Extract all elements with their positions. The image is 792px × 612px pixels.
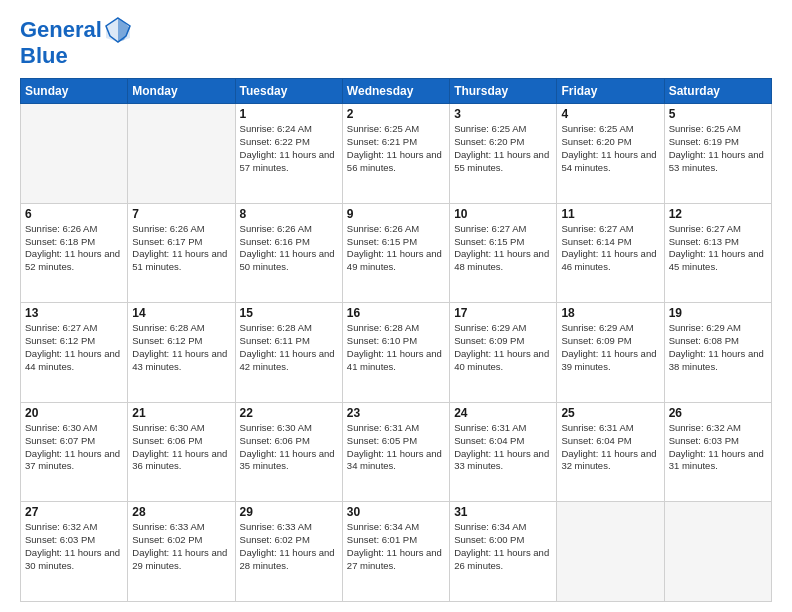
logo: General Blue	[20, 16, 132, 68]
calendar-cell: 3 Sunrise: 6:25 AM Sunset: 6:20 PM Dayli…	[450, 104, 557, 204]
day-info: Sunrise: 6:25 AM Sunset: 6:19 PM Dayligh…	[669, 123, 767, 174]
daylight-label: Daylight: 11 hours and 35 minutes.	[240, 448, 335, 472]
day-info: Sunrise: 6:30 AM Sunset: 6:06 PM Dayligh…	[132, 422, 230, 473]
daylight-label: Daylight: 11 hours and 28 minutes.	[240, 547, 335, 571]
calendar-cell: 24 Sunrise: 6:31 AM Sunset: 6:04 PM Dayl…	[450, 402, 557, 502]
dow-header-friday: Friday	[557, 79, 664, 104]
day-info: Sunrise: 6:26 AM Sunset: 6:18 PM Dayligh…	[25, 223, 123, 274]
day-info: Sunrise: 6:28 AM Sunset: 6:10 PM Dayligh…	[347, 322, 445, 373]
daylight-label: Daylight: 11 hours and 41 minutes.	[347, 348, 442, 372]
calendar-cell: 29 Sunrise: 6:33 AM Sunset: 6:02 PM Dayl…	[235, 502, 342, 602]
calendar-table: SundayMondayTuesdayWednesdayThursdayFrid…	[20, 78, 772, 602]
day-number: 30	[347, 505, 445, 519]
calendar-cell: 10 Sunrise: 6:27 AM Sunset: 6:15 PM Dayl…	[450, 203, 557, 303]
sunset-label: Sunset: 6:22 PM	[240, 136, 310, 147]
sunset-label: Sunset: 6:20 PM	[454, 136, 524, 147]
daylight-label: Daylight: 11 hours and 33 minutes.	[454, 448, 549, 472]
calendar-cell: 18 Sunrise: 6:29 AM Sunset: 6:09 PM Dayl…	[557, 303, 664, 403]
sunset-label: Sunset: 6:13 PM	[669, 236, 739, 247]
sunrise-label: Sunrise: 6:27 AM	[454, 223, 526, 234]
day-number: 14	[132, 306, 230, 320]
sunset-label: Sunset: 6:15 PM	[347, 236, 417, 247]
day-info: Sunrise: 6:33 AM Sunset: 6:02 PM Dayligh…	[132, 521, 230, 572]
calendar-cell: 9 Sunrise: 6:26 AM Sunset: 6:15 PM Dayli…	[342, 203, 449, 303]
calendar-cell: 26 Sunrise: 6:32 AM Sunset: 6:03 PM Dayl…	[664, 402, 771, 502]
day-number: 22	[240, 406, 338, 420]
day-number: 27	[25, 505, 123, 519]
sunset-label: Sunset: 6:12 PM	[25, 335, 95, 346]
daylight-label: Daylight: 11 hours and 39 minutes.	[561, 348, 656, 372]
calendar-cell: 25 Sunrise: 6:31 AM Sunset: 6:04 PM Dayl…	[557, 402, 664, 502]
daylight-label: Daylight: 11 hours and 55 minutes.	[454, 149, 549, 173]
daylight-label: Daylight: 11 hours and 43 minutes.	[132, 348, 227, 372]
day-info: Sunrise: 6:27 AM Sunset: 6:13 PM Dayligh…	[669, 223, 767, 274]
day-info: Sunrise: 6:28 AM Sunset: 6:12 PM Dayligh…	[132, 322, 230, 373]
day-number: 12	[669, 207, 767, 221]
sunrise-label: Sunrise: 6:31 AM	[561, 422, 633, 433]
daylight-label: Daylight: 11 hours and 40 minutes.	[454, 348, 549, 372]
page: General Blue SundayMondayTuesdayWedne	[0, 0, 792, 612]
dow-header-monday: Monday	[128, 79, 235, 104]
calendar-cell: 23 Sunrise: 6:31 AM Sunset: 6:05 PM Dayl…	[342, 402, 449, 502]
sunrise-label: Sunrise: 6:26 AM	[25, 223, 97, 234]
day-info: Sunrise: 6:27 AM Sunset: 6:15 PM Dayligh…	[454, 223, 552, 274]
day-info: Sunrise: 6:32 AM Sunset: 6:03 PM Dayligh…	[25, 521, 123, 572]
day-number: 7	[132, 207, 230, 221]
daylight-label: Daylight: 11 hours and 56 minutes.	[347, 149, 442, 173]
day-number: 28	[132, 505, 230, 519]
sunrise-label: Sunrise: 6:30 AM	[132, 422, 204, 433]
week-row-0: 1 Sunrise: 6:24 AM Sunset: 6:22 PM Dayli…	[21, 104, 772, 204]
sunrise-label: Sunrise: 6:25 AM	[347, 123, 419, 134]
sunset-label: Sunset: 6:09 PM	[561, 335, 631, 346]
day-number: 5	[669, 107, 767, 121]
daylight-label: Daylight: 11 hours and 53 minutes.	[669, 149, 764, 173]
day-number: 19	[669, 306, 767, 320]
sunrise-label: Sunrise: 6:30 AM	[25, 422, 97, 433]
sunrise-label: Sunrise: 6:32 AM	[669, 422, 741, 433]
day-number: 23	[347, 406, 445, 420]
day-info: Sunrise: 6:32 AM Sunset: 6:03 PM Dayligh…	[669, 422, 767, 473]
daylight-label: Daylight: 11 hours and 51 minutes.	[132, 248, 227, 272]
sunrise-label: Sunrise: 6:30 AM	[240, 422, 312, 433]
calendar-cell: 17 Sunrise: 6:29 AM Sunset: 6:09 PM Dayl…	[450, 303, 557, 403]
sunrise-label: Sunrise: 6:29 AM	[669, 322, 741, 333]
day-number: 29	[240, 505, 338, 519]
sunrise-label: Sunrise: 6:28 AM	[240, 322, 312, 333]
calendar-cell: 11 Sunrise: 6:27 AM Sunset: 6:14 PM Dayl…	[557, 203, 664, 303]
daylight-label: Daylight: 11 hours and 57 minutes.	[240, 149, 335, 173]
day-number: 18	[561, 306, 659, 320]
day-number: 11	[561, 207, 659, 221]
day-info: Sunrise: 6:24 AM Sunset: 6:22 PM Dayligh…	[240, 123, 338, 174]
day-number: 1	[240, 107, 338, 121]
day-info: Sunrise: 6:30 AM Sunset: 6:07 PM Dayligh…	[25, 422, 123, 473]
calendar-cell: 16 Sunrise: 6:28 AM Sunset: 6:10 PM Dayl…	[342, 303, 449, 403]
daylight-label: Daylight: 11 hours and 32 minutes.	[561, 448, 656, 472]
day-number: 8	[240, 207, 338, 221]
calendar-cell: 22 Sunrise: 6:30 AM Sunset: 6:06 PM Dayl…	[235, 402, 342, 502]
day-info: Sunrise: 6:34 AM Sunset: 6:00 PM Dayligh…	[454, 521, 552, 572]
day-number: 20	[25, 406, 123, 420]
calendar-cell: 8 Sunrise: 6:26 AM Sunset: 6:16 PM Dayli…	[235, 203, 342, 303]
sunrise-label: Sunrise: 6:27 AM	[561, 223, 633, 234]
logo-text: General	[20, 18, 102, 42]
calendar-cell: 1 Sunrise: 6:24 AM Sunset: 6:22 PM Dayli…	[235, 104, 342, 204]
sunset-label: Sunset: 6:19 PM	[669, 136, 739, 147]
day-number: 17	[454, 306, 552, 320]
calendar-cell: 7 Sunrise: 6:26 AM Sunset: 6:17 PM Dayli…	[128, 203, 235, 303]
day-info: Sunrise: 6:29 AM Sunset: 6:09 PM Dayligh…	[561, 322, 659, 373]
day-number: 10	[454, 207, 552, 221]
calendar-cell: 4 Sunrise: 6:25 AM Sunset: 6:20 PM Dayli…	[557, 104, 664, 204]
day-info: Sunrise: 6:29 AM Sunset: 6:08 PM Dayligh…	[669, 322, 767, 373]
day-info: Sunrise: 6:27 AM Sunset: 6:12 PM Dayligh…	[25, 322, 123, 373]
sunset-label: Sunset: 6:06 PM	[240, 435, 310, 446]
day-of-week-row: SundayMondayTuesdayWednesdayThursdayFrid…	[21, 79, 772, 104]
logo-icon	[104, 16, 132, 44]
day-number: 24	[454, 406, 552, 420]
day-info: Sunrise: 6:25 AM Sunset: 6:21 PM Dayligh…	[347, 123, 445, 174]
sunset-label: Sunset: 6:15 PM	[454, 236, 524, 247]
sunset-label: Sunset: 6:17 PM	[132, 236, 202, 247]
week-row-4: 27 Sunrise: 6:32 AM Sunset: 6:03 PM Dayl…	[21, 502, 772, 602]
calendar-cell	[557, 502, 664, 602]
sunset-label: Sunset: 6:10 PM	[347, 335, 417, 346]
daylight-label: Daylight: 11 hours and 34 minutes.	[347, 448, 442, 472]
